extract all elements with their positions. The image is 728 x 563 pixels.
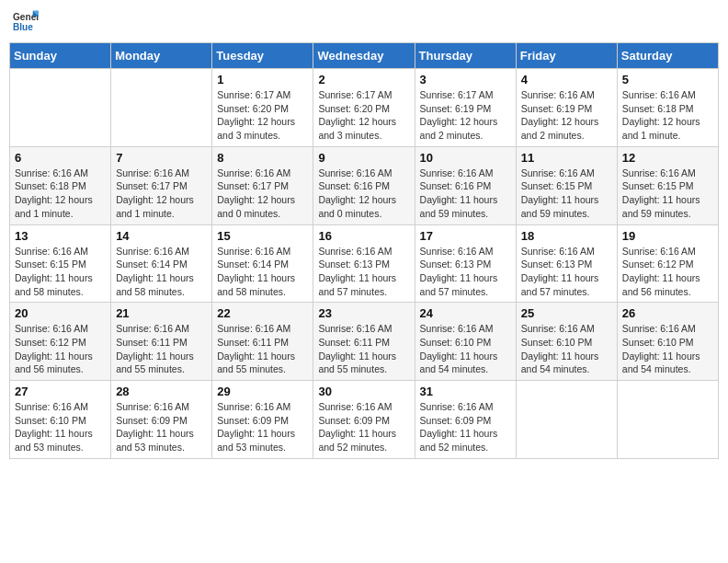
- day-info: Sunrise: 6:17 AM Sunset: 6:19 PM Dayligh…: [420, 88, 511, 143]
- day-info: Sunrise: 6:16 AM Sunset: 6:15 PM Dayligh…: [521, 167, 612, 221]
- day-number: 11: [521, 151, 612, 165]
- day-info: Sunrise: 6:16 AM Sunset: 6:09 PM Dayligh…: [116, 400, 207, 454]
- calendar-cell: 6Sunrise: 6:16 AM Sunset: 6:18 PM Daylig…: [10, 146, 111, 224]
- day-info: Sunrise: 6:16 AM Sunset: 6:10 PM Dayligh…: [15, 400, 106, 454]
- day-info: Sunrise: 6:16 AM Sunset: 6:10 PM Dayligh…: [420, 322, 511, 376]
- day-number: 5: [622, 73, 713, 86]
- day-info: Sunrise: 6:16 AM Sunset: 6:09 PM Dayligh…: [420, 400, 511, 454]
- calendar-cell: [516, 381, 617, 459]
- day-number: 2: [318, 73, 409, 86]
- day-number: 27: [15, 385, 106, 398]
- day-number: 31: [420, 385, 511, 398]
- day-info: Sunrise: 6:16 AM Sunset: 6:11 PM Dayligh…: [116, 322, 207, 376]
- svg-text:Blue: Blue: [13, 22, 33, 32]
- calendar-week-row: 13Sunrise: 6:16 AM Sunset: 6:15 PM Dayli…: [10, 224, 719, 303]
- day-info: Sunrise: 6:16 AM Sunset: 6:10 PM Dayligh…: [521, 322, 612, 376]
- day-number: 4: [521, 73, 612, 86]
- calendar-week-row: 6Sunrise: 6:16 AM Sunset: 6:18 PM Daylig…: [10, 146, 719, 224]
- calendar-cell: 10Sunrise: 6:16 AM Sunset: 6:16 PM Dayli…: [415, 146, 516, 224]
- day-number: 16: [318, 229, 409, 243]
- day-number: 6: [15, 151, 106, 165]
- day-number: 24: [420, 306, 511, 320]
- calendar-week-row: 20Sunrise: 6:16 AM Sunset: 6:12 PM Dayli…: [10, 303, 719, 381]
- day-info: Sunrise: 6:16 AM Sunset: 6:15 PM Dayligh…: [15, 245, 106, 299]
- calendar-cell: 14Sunrise: 6:16 AM Sunset: 6:14 PM Dayli…: [111, 224, 212, 303]
- calendar-cell: [111, 69, 212, 147]
- calendar-cell: 8Sunrise: 6:16 AM Sunset: 6:17 PM Daylig…: [212, 146, 313, 224]
- day-number: 1: [217, 73, 308, 86]
- day-number: 12: [622, 151, 713, 165]
- day-info: Sunrise: 6:17 AM Sunset: 6:20 PM Dayligh…: [318, 88, 409, 143]
- day-info: Sunrise: 6:16 AM Sunset: 6:18 PM Dayligh…: [15, 167, 106, 221]
- calendar-cell: 26Sunrise: 6:16 AM Sunset: 6:10 PM Dayli…: [617, 303, 718, 381]
- day-info: Sunrise: 6:16 AM Sunset: 6:09 PM Dayligh…: [217, 400, 308, 454]
- day-number: 10: [420, 151, 511, 165]
- day-number: 7: [116, 151, 207, 165]
- day-info: Sunrise: 6:16 AM Sunset: 6:11 PM Dayligh…: [217, 322, 308, 376]
- calendar-cell: 11Sunrise: 6:16 AM Sunset: 6:15 PM Dayli…: [516, 146, 617, 224]
- calendar-cell: 1Sunrise: 6:17 AM Sunset: 6:20 PM Daylig…: [212, 69, 313, 147]
- col-header-wednesday: Wednesday: [313, 43, 415, 69]
- day-number: 25: [521, 306, 612, 320]
- day-info: Sunrise: 6:16 AM Sunset: 6:15 PM Dayligh…: [622, 167, 713, 221]
- day-number: 20: [15, 306, 106, 320]
- day-number: 30: [318, 385, 409, 398]
- calendar-cell: 25Sunrise: 6:16 AM Sunset: 6:10 PM Dayli…: [516, 303, 617, 381]
- day-number: 28: [116, 385, 207, 398]
- calendar-cell: 13Sunrise: 6:16 AM Sunset: 6:15 PM Dayli…: [10, 224, 111, 303]
- calendar-cell: 27Sunrise: 6:16 AM Sunset: 6:10 PM Dayli…: [10, 381, 111, 459]
- calendar-cell: 19Sunrise: 6:16 AM Sunset: 6:12 PM Dayli…: [617, 224, 718, 303]
- day-info: Sunrise: 6:16 AM Sunset: 6:17 PM Dayligh…: [116, 167, 207, 221]
- calendar-week-row: 27Sunrise: 6:16 AM Sunset: 6:10 PM Dayli…: [10, 381, 719, 459]
- day-number: 19: [622, 229, 713, 243]
- day-info: Sunrise: 6:16 AM Sunset: 6:13 PM Dayligh…: [420, 245, 511, 299]
- calendar-cell: 2Sunrise: 6:17 AM Sunset: 6:20 PM Daylig…: [313, 69, 415, 147]
- calendar-cell: 22Sunrise: 6:16 AM Sunset: 6:11 PM Dayli…: [212, 303, 313, 381]
- day-number: 22: [217, 306, 308, 320]
- calendar-cell: 21Sunrise: 6:16 AM Sunset: 6:11 PM Dayli…: [111, 303, 212, 381]
- calendar-cell: 7Sunrise: 6:16 AM Sunset: 6:17 PM Daylig…: [111, 146, 212, 224]
- calendar-cell: 3Sunrise: 6:17 AM Sunset: 6:19 PM Daylig…: [415, 69, 516, 147]
- day-number: 17: [420, 229, 511, 243]
- day-number: 3: [420, 73, 511, 86]
- day-number: 14: [116, 229, 207, 243]
- calendar-cell: 30Sunrise: 6:16 AM Sunset: 6:09 PM Dayli…: [313, 381, 415, 459]
- day-number: 13: [15, 229, 106, 243]
- calendar-cell: 28Sunrise: 6:16 AM Sunset: 6:09 PM Dayli…: [111, 381, 212, 459]
- calendar-cell: 24Sunrise: 6:16 AM Sunset: 6:10 PM Dayli…: [415, 303, 516, 381]
- day-number: 15: [217, 229, 308, 243]
- calendar-cell: 15Sunrise: 6:16 AM Sunset: 6:14 PM Dayli…: [212, 224, 313, 303]
- calendar-table: SundayMondayTuesdayWednesdayThursdayFrid…: [9, 42, 719, 459]
- day-info: Sunrise: 6:16 AM Sunset: 6:14 PM Dayligh…: [217, 245, 308, 299]
- calendar-cell: 5Sunrise: 6:16 AM Sunset: 6:18 PM Daylig…: [617, 69, 718, 147]
- calendar-cell: 16Sunrise: 6:16 AM Sunset: 6:13 PM Dayli…: [313, 224, 415, 303]
- day-info: Sunrise: 6:16 AM Sunset: 6:16 PM Dayligh…: [420, 167, 511, 221]
- day-number: 23: [318, 306, 409, 320]
- day-info: Sunrise: 6:16 AM Sunset: 6:12 PM Dayligh…: [622, 245, 713, 299]
- day-info: Sunrise: 6:16 AM Sunset: 6:19 PM Dayligh…: [521, 88, 612, 143]
- day-info: Sunrise: 6:16 AM Sunset: 6:18 PM Dayligh…: [622, 88, 713, 143]
- logo-icon: General Blue: [13, 9, 39, 35]
- day-info: Sunrise: 6:16 AM Sunset: 6:11 PM Dayligh…: [318, 322, 409, 376]
- col-header-tuesday: Tuesday: [212, 43, 313, 69]
- calendar-cell: [10, 69, 111, 147]
- day-info: Sunrise: 6:16 AM Sunset: 6:13 PM Dayligh…: [318, 245, 409, 299]
- calendar-cell: 31Sunrise: 6:16 AM Sunset: 6:09 PM Dayli…: [415, 381, 516, 459]
- calendar-cell: 17Sunrise: 6:16 AM Sunset: 6:13 PM Dayli…: [415, 224, 516, 303]
- day-number: 29: [217, 385, 308, 398]
- page-header: General Blue: [9, 9, 719, 35]
- day-info: Sunrise: 6:16 AM Sunset: 6:10 PM Dayligh…: [622, 322, 713, 376]
- calendar-cell: 29Sunrise: 6:16 AM Sunset: 6:09 PM Dayli…: [212, 381, 313, 459]
- day-number: 8: [217, 151, 308, 165]
- calendar-cell: 4Sunrise: 6:16 AM Sunset: 6:19 PM Daylig…: [516, 69, 617, 147]
- day-info: Sunrise: 6:16 AM Sunset: 6:13 PM Dayligh…: [521, 245, 612, 299]
- day-number: 9: [318, 151, 409, 165]
- day-number: 26: [622, 306, 713, 320]
- day-info: Sunrise: 6:17 AM Sunset: 6:20 PM Dayligh…: [217, 88, 308, 143]
- day-info: Sunrise: 6:16 AM Sunset: 6:14 PM Dayligh…: [116, 245, 207, 299]
- logo: General Blue: [13, 9, 39, 35]
- day-info: Sunrise: 6:16 AM Sunset: 6:16 PM Dayligh…: [318, 167, 409, 221]
- col-header-saturday: Saturday: [617, 43, 718, 69]
- calendar-cell: 20Sunrise: 6:16 AM Sunset: 6:12 PM Dayli…: [10, 303, 111, 381]
- calendar-cell: 9Sunrise: 6:16 AM Sunset: 6:16 PM Daylig…: [313, 146, 415, 224]
